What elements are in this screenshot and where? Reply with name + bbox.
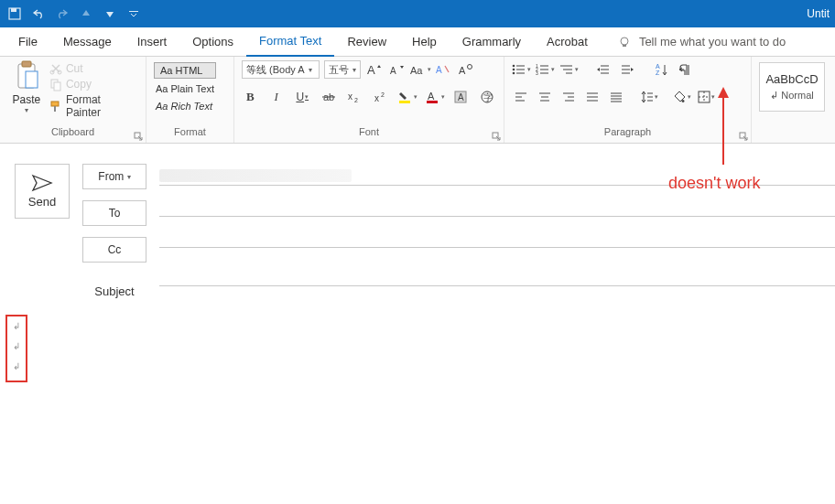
bullets-icon[interactable]: ▾ bbox=[512, 60, 530, 79]
highlight-color-icon[interactable]: ▾ bbox=[398, 88, 417, 106]
tab-review[interactable]: Review bbox=[334, 27, 399, 57]
increase-indent-icon[interactable] bbox=[618, 60, 636, 79]
bold-button[interactable]: B bbox=[242, 88, 259, 106]
font-name-select[interactable]: 等线 (Body A▾ bbox=[242, 60, 320, 79]
svg-point-3 bbox=[621, 38, 628, 45]
svg-rect-11 bbox=[54, 82, 60, 91]
group-label-paragraph: Paragraph bbox=[604, 126, 651, 137]
dialog-launcher-icon[interactable] bbox=[739, 132, 748, 141]
subscript-icon[interactable]: x2 bbox=[346, 88, 363, 106]
svg-rect-6 bbox=[22, 61, 31, 67]
from-field[interactable] bbox=[159, 169, 352, 182]
group-clipboard: Paste ▾ Cut Copy Format Painter Clipboar… bbox=[0, 57, 146, 143]
tab-acrobat[interactable]: Acrobat bbox=[534, 27, 601, 57]
superscript-icon[interactable]: x2 bbox=[373, 88, 390, 106]
underline-button[interactable]: U▾ bbox=[294, 88, 311, 106]
svg-rect-1 bbox=[11, 8, 16, 12]
justify-icon[interactable] bbox=[583, 88, 602, 106]
svg-point-37 bbox=[512, 69, 515, 71]
format-html-button[interactable]: Aa HTML bbox=[154, 62, 216, 79]
tab-options[interactable]: Options bbox=[179, 27, 246, 57]
format-painter-icon bbox=[49, 100, 62, 113]
svg-point-35 bbox=[512, 65, 515, 68]
svg-text:A: A bbox=[458, 92, 464, 102]
down-arrow-icon[interactable] bbox=[101, 5, 119, 23]
clear-formatting-icon[interactable]: A bbox=[434, 60, 452, 79]
paste-dropdown-icon[interactable]: ▾ bbox=[25, 106, 28, 114]
svg-text:3: 3 bbox=[536, 70, 538, 76]
cc-button[interactable]: Cc bbox=[82, 237, 146, 263]
font-color-icon[interactable]: A▾ bbox=[426, 88, 444, 106]
align-center-icon[interactable] bbox=[536, 88, 554, 106]
svg-rect-2 bbox=[129, 11, 138, 12]
cc-field[interactable] bbox=[159, 228, 835, 248]
style-normal[interactable]: AaBbCcD ↲ Normal bbox=[759, 62, 825, 112]
group-label-font: Font bbox=[359, 126, 379, 137]
format-painter-button[interactable]: Format Painter bbox=[49, 93, 138, 119]
to-button[interactable]: To bbox=[82, 200, 146, 226]
align-right-icon[interactable] bbox=[559, 88, 578, 106]
format-plain-button[interactable]: Aa Plain Text bbox=[154, 81, 216, 96]
line-spacing-icon[interactable]: ▾ bbox=[640, 88, 658, 106]
up-arrow-icon[interactable] bbox=[77, 5, 95, 23]
tell-me-search[interactable]: Tell me what you want to do bbox=[617, 35, 786, 49]
qat-more-icon[interactable] bbox=[125, 5, 143, 23]
decrease-indent-icon[interactable] bbox=[594, 60, 613, 79]
svg-text:x: x bbox=[348, 91, 352, 102]
svg-text:A: A bbox=[390, 66, 396, 76]
paragraph-mark-icon: ↲ bbox=[7, 337, 26, 357]
message-body[interactable]: ↲ ↲ ↲ bbox=[5, 315, 830, 498]
copy-button[interactable]: Copy bbox=[49, 78, 138, 91]
multilevel-list-icon[interactable]: ▾ bbox=[559, 60, 578, 79]
distributed-icon[interactable] bbox=[607, 88, 625, 106]
tab-message[interactable]: Message bbox=[50, 27, 125, 57]
strikethrough-icon[interactable]: ab bbox=[320, 88, 338, 106]
undo-icon[interactable] bbox=[29, 5, 48, 23]
svg-rect-7 bbox=[26, 71, 38, 88]
paragraph-mark-icon: ↲ bbox=[7, 316, 26, 337]
group-font: 等线 (Body A▾ 五号▾ A A Aa▾ A A B I U▾ ab x2… bbox=[234, 57, 504, 143]
dialog-launcher-icon[interactable] bbox=[492, 132, 501, 141]
redo-icon[interactable] bbox=[53, 5, 71, 23]
cut-icon bbox=[49, 62, 62, 75]
sort-icon[interactable]: AZ bbox=[653, 60, 671, 79]
subject-field[interactable] bbox=[159, 266, 835, 286]
paste-icon[interactable] bbox=[14, 60, 39, 91]
svg-rect-27 bbox=[399, 101, 410, 103]
from-button[interactable]: From ▾ bbox=[82, 164, 146, 189]
svg-text:Aa: Aa bbox=[410, 65, 423, 76]
svg-text:A: A bbox=[459, 65, 466, 76]
tab-insert[interactable]: Insert bbox=[125, 27, 180, 57]
svg-text:x: x bbox=[374, 93, 379, 103]
save-icon[interactable] bbox=[5, 5, 24, 23]
to-field[interactable] bbox=[159, 197, 835, 217]
annotation-arrow bbox=[714, 87, 732, 169]
dialog-launcher-icon[interactable] bbox=[134, 132, 143, 141]
enclose-characters-icon[interactable]: 字 bbox=[480, 88, 497, 106]
borders-icon[interactable]: ▾ bbox=[697, 88, 715, 106]
character-shading-icon[interactable]: A bbox=[453, 88, 471, 106]
align-left-icon[interactable] bbox=[512, 88, 530, 106]
svg-point-20 bbox=[468, 65, 472, 70]
tab-grammarly[interactable]: Grammarly bbox=[450, 27, 534, 57]
tab-file[interactable]: File bbox=[5, 27, 50, 57]
shrink-font-icon[interactable]: A bbox=[388, 60, 407, 79]
tab-help[interactable]: Help bbox=[399, 27, 450, 57]
numbering-icon[interactable]: 123▾ bbox=[536, 60, 554, 79]
svg-text:A: A bbox=[656, 63, 660, 70]
group-label-clipboard: Clipboard bbox=[51, 126, 94, 137]
tab-format-text[interactable]: Format Text bbox=[246, 27, 334, 57]
font-size-select[interactable]: 五号▾ bbox=[324, 60, 361, 79]
send-icon bbox=[32, 175, 52, 191]
send-button[interactable]: Send bbox=[15, 164, 70, 219]
copy-icon bbox=[49, 78, 62, 91]
character-formatting-icon[interactable]: A bbox=[457, 60, 475, 79]
grow-font-icon[interactable]: A bbox=[365, 60, 384, 79]
format-rich-button[interactable]: Aa Rich Text bbox=[154, 99, 216, 113]
cut-button[interactable]: Cut bbox=[49, 62, 138, 75]
compose-header: Send From ▾ To Cc Subject bbox=[0, 144, 835, 298]
italic-button[interactable]: I bbox=[268, 88, 286, 106]
show-hide-paragraph-icon[interactable] bbox=[677, 60, 695, 79]
change-case-icon[interactable]: Aa▾ bbox=[411, 60, 429, 79]
shading-icon[interactable]: ▾ bbox=[673, 88, 691, 106]
